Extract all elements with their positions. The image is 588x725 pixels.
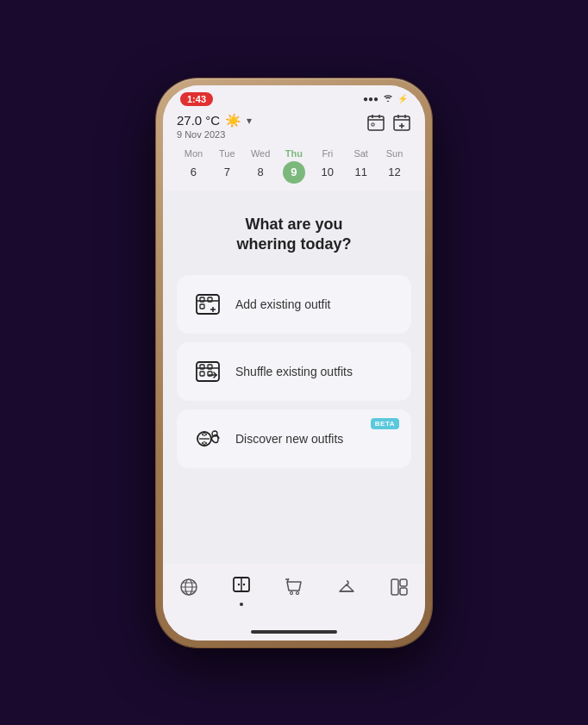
discover-outfit-icon <box>192 423 223 454</box>
svg-point-35 <box>238 583 240 584</box>
svg-rect-43 <box>400 588 407 595</box>
calendar-day-wed[interactable]: Wed 8 <box>249 148 272 184</box>
wifi-icon <box>382 94 394 104</box>
add-outfit-icon <box>192 289 223 320</box>
calendar-day-sun[interactable]: Sun 12 <box>383 148 405 184</box>
add-existing-outfit-label: Add existing outfit <box>235 297 331 311</box>
nav-globe[interactable] <box>168 573 210 606</box>
shuffle-existing-outfits-label: Shuffle existing outfits <box>235 365 353 378</box>
beta-badge: BETA <box>371 418 399 429</box>
svg-line-27 <box>216 435 219 438</box>
svg-rect-41 <box>391 579 398 595</box>
calendar-strip: Mon 6 Tue 7 Wed 8 Thu 9 Fri 10 Sat 11 <box>163 145 425 191</box>
svg-rect-4 <box>372 123 374 126</box>
chevron-down-icon[interactable]: ▾ <box>247 115 252 127</box>
shuffle-existing-outfits-button[interactable]: Shuffle existing outfits <box>177 342 411 401</box>
globe-icon <box>178 577 199 603</box>
weather-action-icons <box>366 113 411 136</box>
phone-screen: 1:43 ●●● ⚡ 27.0 °C ☀️ ▾ <box>163 85 425 641</box>
battery-icon: ⚡ <box>397 94 408 103</box>
main-content: What are youwhering today? Add existing <box>163 191 425 564</box>
svg-rect-42 <box>400 579 407 586</box>
calendar-day-mon[interactable]: Mon 6 <box>182 148 204 184</box>
phone-frame: 1:43 ●●● ⚡ 27.0 °C ☀️ ▾ <box>156 78 432 647</box>
calendar-day-fri[interactable]: Fri 10 <box>316 148 339 184</box>
svg-rect-21 <box>200 372 204 376</box>
svg-rect-0 <box>368 116 384 130</box>
status-icons: ●●● ⚡ <box>363 94 408 104</box>
nav-active-dot <box>240 603 243 606</box>
calendar-day-sat[interactable]: Sat 11 <box>350 148 372 184</box>
hanger-icon <box>336 577 357 603</box>
nav-hanger[interactable] <box>326 573 367 606</box>
calendar-day-tue[interactable]: Tue 7 <box>216 148 238 184</box>
svg-point-38 <box>296 592 298 595</box>
main-heading: What are youwhering today? <box>177 215 411 255</box>
grid-icon <box>389 577 410 603</box>
weather-info: 27.0 °C ☀️ ▾ 9 Nov 2023 <box>177 113 252 140</box>
calendar-scan-icon[interactable] <box>366 113 385 136</box>
calendar-day-thu[interactable]: Thu 9 <box>283 148 305 184</box>
svg-rect-14 <box>200 304 204 309</box>
weather-temperature: 27.0 °C ☀️ ▾ <box>177 113 252 128</box>
home-indicator <box>163 623 425 641</box>
home-bar <box>251 630 337 634</box>
status-time: 1:43 <box>180 92 213 106</box>
status-bar: 1:43 ●●● ⚡ <box>163 85 425 109</box>
discover-new-outfits-label: Discover new outfits <box>235 432 343 446</box>
signal-icon: ●●● <box>363 94 378 103</box>
cart-icon <box>284 577 304 603</box>
bottom-navigation <box>163 564 425 623</box>
wardrobe-icon <box>231 574 252 600</box>
calendar-add-icon[interactable] <box>392 113 411 136</box>
discover-new-outfits-button[interactable]: Discover new outfits BETA <box>177 409 411 468</box>
nav-cart[interactable] <box>273 573 315 606</box>
svg-point-36 <box>243 583 245 584</box>
nav-grid[interactable] <box>378 573 420 606</box>
add-existing-outfit-button[interactable]: Add existing outfit <box>177 275 411 334</box>
nav-wardrobe[interactable] <box>221 571 262 609</box>
shuffle-outfit-icon <box>192 356 223 387</box>
sun-icon: ☀️ <box>225 113 241 128</box>
weather-bar: 27.0 °C ☀️ ▾ 9 Nov 2023 <box>163 109 425 145</box>
weather-date: 9 Nov 2023 <box>177 129 252 140</box>
svg-point-37 <box>290 592 292 595</box>
